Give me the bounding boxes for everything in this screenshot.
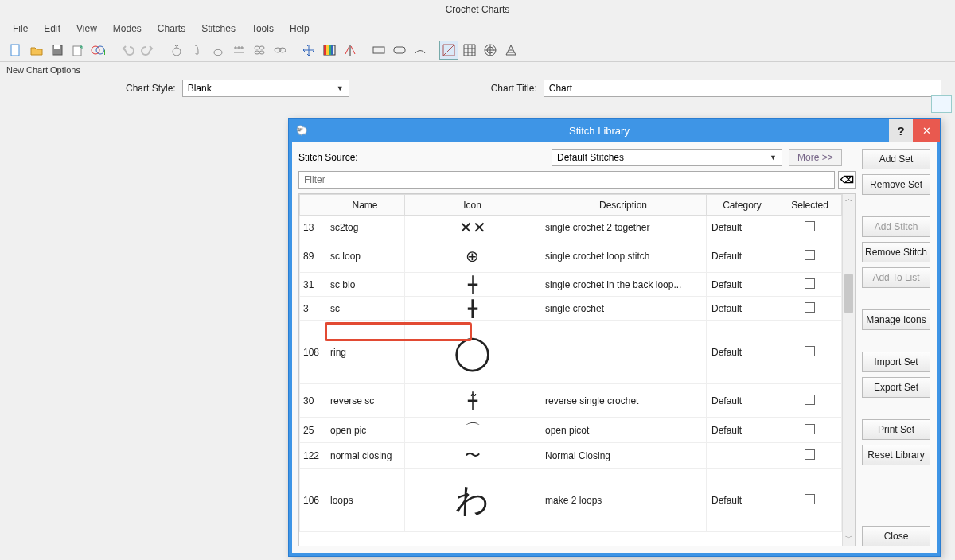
- close-icon[interactable]: ✕: [913, 119, 940, 142]
- scroll-thumb[interactable]: [844, 274, 853, 313]
- cell-num: 30: [300, 384, 325, 418]
- table-row[interactable]: 89sc loop⊕single crochet loop stitchDefa…: [300, 239, 842, 273]
- cell-selected[interactable]: [778, 297, 842, 321]
- view-round-icon[interactable]: [481, 41, 500, 60]
- tool-mirror-icon[interactable]: [341, 41, 360, 60]
- cell-name[interactable]: sc loop: [325, 239, 405, 273]
- tool-join-icon[interactable]: [271, 41, 290, 60]
- cell-selected[interactable]: [778, 443, 842, 469]
- table-row[interactable]: 30reverse sc┿̃reverse single crochetDefa…: [300, 384, 842, 418]
- tool-rect-icon[interactable]: [369, 41, 388, 60]
- cell-selected[interactable]: [778, 418, 842, 443]
- cell-name[interactable]: normal closing: [325, 443, 405, 469]
- tool-loop-icon[interactable]: [209, 41, 228, 60]
- open-icon[interactable]: [27, 41, 46, 60]
- stitch-source-combo[interactable]: Default Stitches ▼: [552, 149, 782, 166]
- table-row[interactable]: 25open pic⌒open picotDefault: [300, 418, 842, 443]
- checkbox-icon[interactable]: [805, 346, 815, 356]
- tool-move-icon[interactable]: [299, 41, 318, 60]
- menu-file[interactable]: File: [6, 21, 34, 36]
- cell-selected[interactable]: [778, 239, 842, 273]
- panel-toggle[interactable]: [931, 95, 952, 113]
- tool-hook-icon[interactable]: [188, 41, 207, 60]
- cell-name[interactable]: open pic: [325, 418, 405, 443]
- checkbox-icon[interactable]: [805, 250, 815, 260]
- dialog-titlebar[interactable]: 🐑 Stitch Library ? ✕: [289, 119, 940, 142]
- export-icon[interactable]: [68, 41, 88, 60]
- tool-color-icon[interactable]: [320, 41, 339, 60]
- menu-help[interactable]: Help: [283, 21, 316, 36]
- table-row[interactable]: 106loopsわmake 2 loopsDefault: [300, 469, 842, 532]
- add-stitch-button[interactable]: Add Stitch: [862, 216, 930, 237]
- tool-roundrect-icon[interactable]: [390, 41, 409, 60]
- checkbox-icon[interactable]: [805, 449, 815, 460]
- undo-icon[interactable]: [118, 41, 137, 60]
- table-row[interactable]: 108ring◯Default: [300, 321, 842, 384]
- cell-selected[interactable]: [778, 273, 842, 297]
- cell-name[interactable]: ring: [325, 321, 405, 384]
- clear-filter-icon[interactable]: ⌫: [838, 171, 856, 189]
- col-cat[interactable]: Category: [707, 195, 778, 216]
- cell-selected[interactable]: [778, 216, 842, 239]
- print-set-button[interactable]: Print Set: [862, 419, 930, 440]
- manage-icons-button[interactable]: Manage Icons: [862, 309, 930, 330]
- cell-name[interactable]: sc blo: [325, 273, 405, 297]
- col-num[interactable]: [300, 195, 325, 216]
- tool-yarn-icon[interactable]: [167, 41, 186, 60]
- col-desc[interactable]: Description: [540, 195, 707, 216]
- table-row[interactable]: 3sc╋single crochetDefault: [300, 297, 842, 321]
- cell-name[interactable]: loops: [325, 469, 405, 532]
- checkbox-icon[interactable]: [805, 221, 815, 231]
- menu-view[interactable]: View: [70, 21, 103, 36]
- scroll-up-icon[interactable]: ︿: [843, 194, 855, 207]
- save-icon[interactable]: [48, 41, 67, 60]
- col-name[interactable]: Name: [325, 195, 405, 216]
- table-row[interactable]: 122normal closing〜Normal Closing: [300, 443, 842, 469]
- checkbox-icon[interactable]: [805, 278, 815, 289]
- view-triangle-icon[interactable]: [501, 41, 520, 60]
- help-icon[interactable]: ?: [889, 119, 913, 142]
- checkbox-icon[interactable]: [805, 302, 815, 313]
- view-free-icon[interactable]: [439, 41, 458, 60]
- view-grid-icon[interactable]: [460, 41, 479, 60]
- menu-modes[interactable]: Modes: [107, 21, 148, 36]
- table-row[interactable]: 13sc2tog✕✕single crochet 2 togetherDefau…: [300, 216, 842, 239]
- table-row[interactable]: 31sc blo┿single crochet in the back loop…: [300, 273, 842, 297]
- menu-bar: File Edit View Modes Charts Stitches Too…: [0, 19, 955, 38]
- menu-edit[interactable]: Edit: [37, 21, 67, 36]
- add-to-list-button[interactable]: Add To List: [862, 267, 930, 288]
- remove-set-button[interactable]: Remove Set: [862, 174, 930, 195]
- menu-tools[interactable]: Tools: [245, 21, 280, 36]
- reset-library-button[interactable]: Reset Library: [862, 445, 930, 465]
- tool-row-icon[interactable]: [229, 41, 248, 60]
- checkbox-icon[interactable]: [805, 494, 815, 504]
- cell-selected[interactable]: [778, 321, 842, 384]
- remove-stitch-button[interactable]: Remove Stitch: [862, 242, 930, 262]
- cell-selected[interactable]: [778, 384, 842, 418]
- more-button[interactable]: More >>: [789, 149, 842, 166]
- checkbox-icon[interactable]: [805, 424, 815, 434]
- import-set-button[interactable]: Import Set: [862, 352, 930, 372]
- menu-charts[interactable]: Charts: [151, 21, 192, 36]
- menu-stitches[interactable]: Stitches: [195, 21, 242, 36]
- cell-name[interactable]: sc: [325, 297, 405, 321]
- chart-title-input[interactable]: [544, 80, 941, 97]
- col-icon[interactable]: Icon: [405, 195, 540, 216]
- tool-arc-icon[interactable]: [411, 41, 430, 60]
- new-icon[interactable]: [6, 41, 25, 60]
- export-set-button[interactable]: Export Set: [862, 377, 930, 398]
- checkbox-icon[interactable]: [805, 395, 815, 405]
- add-chart-icon[interactable]: +: [89, 41, 108, 60]
- filter-input[interactable]: [298, 171, 835, 189]
- cell-name[interactable]: sc2tog: [325, 216, 405, 239]
- cell-selected[interactable]: [778, 469, 842, 532]
- redo-icon[interactable]: [138, 41, 158, 60]
- add-set-button[interactable]: Add Set: [862, 149, 930, 169]
- col-sel[interactable]: Selected: [778, 195, 842, 216]
- table-scrollbar[interactable]: ︿ ﹀: [842, 194, 855, 546]
- scroll-down-icon[interactable]: ﹀: [843, 533, 855, 546]
- close-button[interactable]: Close: [862, 526, 930, 546]
- cell-name[interactable]: reverse sc: [325, 384, 405, 418]
- tool-chain-icon[interactable]: [250, 41, 269, 60]
- chart-style-combo[interactable]: Blank ▼: [182, 80, 349, 97]
